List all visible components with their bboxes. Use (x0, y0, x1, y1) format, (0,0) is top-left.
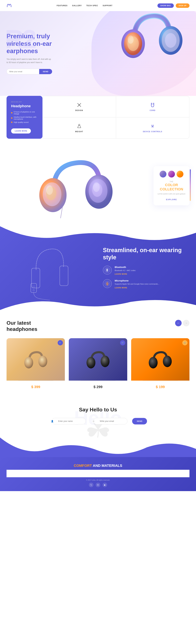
headphone-2-area (7, 152, 147, 220)
bluetooth-desc: Bluetooth 4.2 · AAC codec (115, 269, 136, 272)
product-img-2: 🛒 (69, 338, 127, 380)
bluetooth-title: Bluetooth (115, 266, 136, 268)
comfort-label: COMFORT (74, 464, 92, 468)
microphone-icon-wrap (104, 280, 111, 287)
social-icons: 𝕏 in ▶ (7, 483, 189, 487)
microphone-feature: Microphone Supports Apple Siri and Googl… (103, 279, 189, 289)
explore-button[interactable]: EXPLORE (166, 198, 177, 200)
footer-main: COMFORT AND MATERIALS FEATURES GALLERY T… (0, 457, 196, 491)
contact-title: Say Hello to Us (7, 407, 189, 413)
svg-point-34 (86, 357, 95, 368)
bluetooth-text: Bluetooth Bluetooth 4.2 · AAC codec LEAR… (115, 266, 136, 276)
email-icon: ✉ (92, 420, 94, 422)
color-card: THE COLORCOLLECTION Let the world in wit… (154, 166, 189, 206)
svg-point-37 (163, 356, 172, 367)
hero-send-button[interactable]: SEND (39, 69, 52, 74)
learn-more-button[interactable]: LEARN MORE (11, 128, 31, 134)
svg-point-28 (33, 290, 34, 291)
color-dot-orange (176, 171, 183, 178)
product-2-img (85, 346, 111, 372)
product-card-2: 🛒 $ 299 (69, 338, 127, 390)
device-icon (150, 123, 155, 129)
contact-name-input[interactable] (52, 418, 86, 424)
footer-techspec[interactable]: TECH SPEC (100, 473, 110, 474)
headphone-hero-svg (118, 11, 186, 83)
headphone-outline-area (7, 239, 93, 300)
design-by-label: DESIGN BY (11, 101, 38, 103)
price-divider-2 (80, 380, 116, 381)
contact-email-input[interactable] (93, 418, 127, 424)
color-dots (157, 171, 185, 178)
svg-rect-23 (32, 268, 40, 288)
svg-point-35 (101, 356, 110, 367)
cord-label: CORD (150, 110, 155, 111)
contact-section: Hello ☘ Say Hello to Us 👤 ✉ SEND (0, 397, 196, 438)
product-price-2: $ 299 (69, 382, 127, 390)
microphone-title: Microphone (115, 279, 159, 282)
navbar: FEATURES GALLERY TECH SPEC SUPPORT SHOW … (0, 0, 196, 11)
bluetooth-feature: Bluetooth Bluetooth 4.2 · AAC codec LEAR… (103, 266, 189, 276)
cart-badge-3: 🛒 (182, 340, 187, 346)
svg-point-14 (152, 126, 153, 126)
nav-techspec[interactable]: TECH SPEC (86, 4, 98, 6)
product-3-img (147, 346, 173, 372)
bluetooth-learn-more[interactable]: LEARN MORE (115, 273, 127, 275)
microphone-icon (106, 282, 109, 286)
footer-gallery[interactable]: GALLERY (87, 473, 95, 474)
youtube-icon[interactable]: ▶ (103, 483, 107, 487)
headphone-2-svg (38, 152, 116, 220)
hero-subtitle: You simply won't want to take them off. … (7, 58, 52, 64)
next-arrow-button[interactable]: → (183, 320, 189, 326)
footer-features[interactable]: FEATURES (73, 473, 83, 474)
footer-copy: © 2017 Links. All rights reserved. (7, 479, 189, 481)
svg-point-5 (165, 33, 176, 48)
svg-point-32 (24, 357, 33, 368)
email-input-wrapper: ✉ (91, 418, 130, 424)
bluetooth-icon-wrap (104, 267, 111, 273)
svg-rect-29 (107, 282, 108, 284)
twitter-icon[interactable]: 𝕏 (89, 483, 93, 487)
feature-design-cell: DESIGN (42, 96, 116, 117)
signup-button[interactable]: SIGN UP (176, 4, 189, 8)
microphone-circle (103, 279, 112, 288)
feature-device-cell: DEVICE CONTROLS (116, 117, 189, 139)
product-img-1: 🛒 (7, 338, 65, 380)
hero-big-letter: R2 (5, 26, 35, 52)
footer-support[interactable]: SUPPORT (114, 473, 123, 474)
product-card-1: 🛒 $ 399 (7, 338, 65, 390)
linkedin-icon[interactable]: in (96, 483, 100, 487)
contact-send-button[interactable]: SEND (132, 418, 147, 424)
headphone-outline-svg (27, 239, 73, 300)
latest-section: Our latestheadphones ← → (0, 310, 196, 397)
microphone-desc: Supports Apple Siri and Google Now voice… (115, 283, 159, 286)
footer-nav: FEATURES GALLERY TECH SPEC SUPPORT (7, 470, 189, 477)
cord-icon (150, 102, 155, 108)
cart-badge-2: 🛒 (120, 340, 125, 346)
nav-gallery[interactable]: GALLERY (72, 4, 82, 6)
color-section: THE COLORCOLLECTION Let the world in wit… (0, 145, 196, 226)
nav-arrows: ← → (175, 320, 189, 326)
svg-point-21 (46, 185, 53, 195)
product-img-3: 🛒 (131, 338, 189, 380)
microphone-learn-more[interactable]: LEARN MORE (115, 287, 127, 289)
svg-point-6 (128, 36, 134, 44)
show-bag-button[interactable]: SHOW BAG (157, 4, 174, 8)
feature-item-3: High quality sound (11, 121, 38, 123)
hero-email-input[interactable] (7, 69, 39, 74)
nav-links: FEATURES GALLERY TECH SPEC SUPPORT (57, 4, 113, 6)
footer-comfort-line: COMFORT AND MATERIALS (7, 464, 189, 468)
product-card-3: 🛒 $ 199 (131, 338, 189, 390)
product-price-3: $ 199 (131, 382, 189, 390)
nav-logo (7, 3, 12, 8)
feature-main-card: DESIGN BY Headphone 6 hours of playtime … (7, 96, 42, 139)
latest-title: Our latestheadphones (7, 320, 37, 332)
nav-features[interactable]: FEATURES (57, 4, 67, 6)
hero-section: R2 Premium, truly wireless on-ear earpho… (0, 11, 196, 96)
nav-support[interactable]: SUPPORT (103, 4, 113, 6)
svg-rect-24 (60, 266, 68, 286)
svg-point-33 (38, 356, 47, 367)
product-price-1: $ 399 (7, 382, 65, 390)
bluetooth-icon (106, 268, 109, 272)
prev-arrow-button[interactable]: ← (175, 320, 182, 326)
blue-text-area: Streamlined, on-ear wearing style Blueto… (103, 246, 189, 293)
